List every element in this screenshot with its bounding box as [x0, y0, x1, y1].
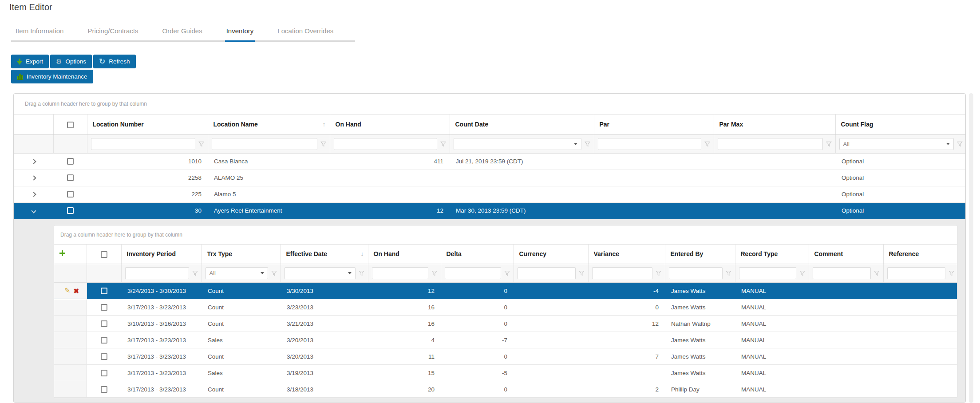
column-header-currency[interactable]: Currency	[514, 245, 588, 264]
filter-input-comment[interactable]	[813, 267, 871, 279]
chevron-right-icon[interactable]	[31, 159, 36, 164]
column-header-reference[interactable]: Reference	[883, 245, 957, 264]
filter-select-count-flag[interactable]: All	[839, 138, 954, 150]
chevron-right-icon[interactable]	[31, 192, 36, 197]
filter-select-trx-type[interactable]: All	[205, 267, 268, 279]
filter-input-record-type[interactable]	[739, 267, 796, 279]
filter-funnel-icon[interactable]	[656, 270, 661, 276]
column-header-on-hand[interactable]: On Hand	[368, 245, 441, 264]
column-header-record-type[interactable]: Record Type	[735, 245, 809, 264]
filter-funnel-icon[interactable]	[431, 270, 437, 276]
column-header-inventory-period[interactable]: Inventory Period	[121, 245, 202, 264]
inventory-row[interactable]: 3/17/2013 - 3/23/2013Count3/18/20132002P…	[54, 381, 957, 398]
filter-input-inventory-period[interactable]	[125, 267, 189, 279]
filter-funnel-icon[interactable]	[359, 270, 364, 276]
tab-order-guides[interactable]: Order Guides	[161, 21, 204, 40]
filter-funnel-icon[interactable]	[192, 270, 198, 276]
column-header-entered-by[interactable]: Entered By	[665, 245, 735, 264]
options-button[interactable]: ⚙ Options	[50, 55, 92, 68]
column-header-effective-date[interactable]: Effective Date↓	[281, 245, 368, 264]
row-checkbox[interactable]	[101, 353, 107, 360]
row-checkbox[interactable]	[101, 370, 107, 376]
row-checkbox[interactable]	[101, 320, 107, 327]
inventory-row[interactable]: 3/17/2013 - 3/23/2013Count3/20/20131107J…	[54, 348, 957, 365]
filter-funnel-icon[interactable]	[271, 270, 277, 276]
column-header-variance[interactable]: Variance	[588, 245, 665, 264]
filter-funnel-icon[interactable]	[957, 141, 963, 147]
filter-input-on-hand[interactable]	[334, 138, 437, 150]
inventory-maintenance-button[interactable]: Inventory Maintenance	[11, 70, 93, 83]
select-all-checkbox[interactable]	[67, 122, 74, 128]
row-checkbox[interactable]	[101, 337, 107, 344]
inventory-row[interactable]: 3/17/2013 - 3/23/2013Count3/23/20131600J…	[54, 299, 957, 316]
inventory-row[interactable]: ✎✖3/24/2013 - 3/30/2013Count3/30/2013120…	[54, 283, 957, 299]
filter-funnel-icon[interactable]	[440, 141, 446, 147]
select-all-checkbox[interactable]	[101, 251, 107, 258]
filter-funnel-icon[interactable]	[726, 270, 731, 276]
tab-location-overrides[interactable]: Location Overrides	[276, 21, 335, 40]
delete-icon[interactable]: ✖	[73, 288, 79, 294]
column-header-trx-type[interactable]: Trx Type	[202, 245, 281, 264]
filter-funnel-icon[interactable]	[585, 141, 590, 147]
location-row[interactable]: 225Alamo 5Optional	[14, 186, 966, 202]
chevron-right-icon[interactable]	[31, 175, 36, 180]
column-header-delta[interactable]: Delta	[441, 245, 514, 264]
export-button[interactable]: Export	[11, 55, 49, 68]
row-checkbox[interactable]	[67, 207, 74, 214]
filter-input-on-hand[interactable]	[372, 267, 428, 279]
inventory-row[interactable]: 3/17/2013 - 3/23/2013Sales3/19/201315-5J…	[54, 365, 957, 381]
column-header-comment[interactable]: Comment	[809, 245, 883, 264]
vertical-scrollbar[interactable]	[969, 93, 973, 403]
column-header-location-name[interactable]: Location Name↑	[208, 115, 330, 134]
plus-icon[interactable]	[59, 250, 65, 256]
filter-funnel-icon[interactable]	[948, 270, 954, 276]
cell-par-max	[714, 170, 835, 186]
tab-item-information[interactable]: Item Information	[14, 21, 65, 40]
filter-input-location-name[interactable]	[212, 138, 317, 150]
filter-input-entered-by[interactable]	[669, 267, 723, 279]
filter-input-par[interactable]	[598, 138, 701, 150]
filter-funnel-icon[interactable]	[874, 270, 880, 276]
row-checkbox[interactable]	[67, 191, 74, 198]
column-header-on-hand[interactable]: On Hand	[330, 115, 450, 134]
filter-cell-count-date	[450, 134, 594, 153]
filter-input-variance[interactable]	[592, 267, 652, 279]
filter-funnel-icon[interactable]	[799, 270, 805, 276]
filter-input-location-number[interactable]	[91, 138, 195, 150]
column-header-count-flag[interactable]: Count Flag	[835, 115, 966, 134]
inventory-row[interactable]: 3/10/2013 - 3/16/2013Count3/21/201316012…	[54, 316, 957, 332]
column-header-label: Trx Type	[207, 250, 233, 257]
filter-input-currency[interactable]	[518, 267, 576, 279]
chevron-down-icon[interactable]	[31, 208, 36, 213]
filter-input-par-max[interactable]	[718, 138, 823, 150]
row-checkbox[interactable]	[67, 158, 74, 165]
column-header-par-max[interactable]: Par Max	[714, 115, 835, 134]
location-row[interactable]: 1010Casa Blanca411Jul 21, 2019 23:59 (CD…	[14, 153, 966, 170]
filter-funnel-icon[interactable]	[320, 141, 326, 147]
filter-funnel-icon[interactable]	[579, 270, 585, 276]
filter-funnel-icon[interactable]	[704, 141, 710, 147]
filter-input-reference[interactable]	[887, 267, 946, 279]
tab-inventory[interactable]: Inventory	[225, 21, 255, 42]
column-header-location-number[interactable]: Location Number	[87, 115, 208, 134]
filter-funnel-icon[interactable]	[826, 141, 832, 147]
filter-select-effective-date[interactable]	[285, 267, 356, 279]
row-checkbox[interactable]	[101, 386, 107, 393]
filter-funnel-icon[interactable]	[504, 270, 510, 276]
row-checkbox[interactable]	[67, 174, 74, 181]
pencil-icon[interactable]: ✎	[64, 287, 70, 294]
location-row[interactable]: 2258ALAMO 25Optional	[14, 170, 966, 186]
filter-input-delta[interactable]	[445, 267, 501, 279]
row-checkbox[interactable]	[101, 288, 107, 294]
tab-pricing-contracts[interactable]: Pricing/Contracts	[86, 21, 139, 40]
column-header-count-date[interactable]: Count Date	[450, 115, 594, 134]
refresh-button[interactable]: ↻ Refresh	[93, 55, 136, 68]
filter-select-count-date[interactable]	[454, 138, 581, 150]
inventory-row[interactable]: 3/17/2013 - 3/23/2013Sales3/20/20134-7Ja…	[54, 332, 957, 348]
row-checkbox[interactable]	[101, 304, 107, 311]
location-row[interactable]: 30Ayers Reel Entertainment12Mar 30, 2013…	[14, 202, 966, 219]
column-header-label: Count Flag	[841, 121, 873, 128]
column-header-par[interactable]: Par	[594, 115, 714, 134]
filter-funnel-icon[interactable]	[198, 141, 204, 147]
column-header-label: Variance	[594, 250, 620, 257]
